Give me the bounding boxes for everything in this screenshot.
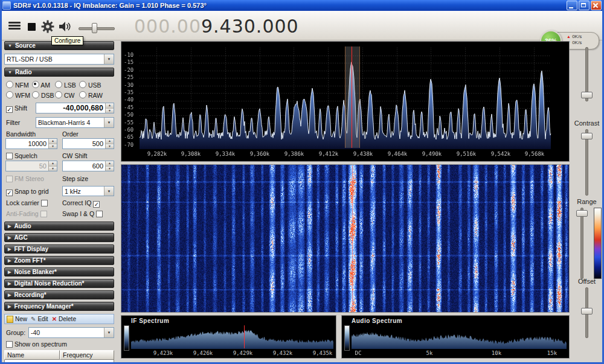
panel-label: Audio — [14, 223, 31, 229]
lock-carrier-checkbox[interactable]: Lock carrier — [6, 199, 48, 206]
spin-up-icon[interactable]: ▲ — [106, 139, 114, 144]
spectrum-panel[interactable]: -10 -15 -20 -25 -30 -35 -40 -45 -50 -55 … — [121, 41, 570, 162]
waterfall-panel[interactable] — [121, 164, 570, 313]
group-label: Group: — [6, 329, 25, 336]
shift-value[interactable]: -40,000,680 — [36, 103, 105, 113]
column-header-frequency[interactable]: Frequency — [60, 350, 114, 360]
db-axis-label: -35 — [124, 89, 140, 95]
spin-down-icon[interactable]: ▼ — [106, 109, 114, 113]
panel-header-dnr[interactable]: ▶Digital Noise Reduction* — [4, 279, 114, 288]
configure-button[interactable] — [41, 20, 54, 33]
checkbox-icon: ✓ — [6, 106, 13, 113]
if-spectrum-canvas — [131, 325, 333, 349]
db-axis-label: -30 — [124, 82, 140, 88]
shift-spinner[interactable]: -40,000,680 ▲▼ — [36, 103, 114, 113]
cw-shift-value[interactable]: 600 — [63, 162, 105, 170]
correct-iq-checkbox[interactable]: Correct IQ ✓ — [62, 199, 100, 208]
panel-header-noise-blanker[interactable]: ▶Noise Blanker* — [4, 267, 114, 276]
volume-button[interactable] — [58, 20, 71, 33]
swap-iq-label: Swap I & Q — [62, 210, 94, 217]
group-dropdown[interactable]: -40 ▼ — [28, 327, 114, 338]
panel-header-zoom-fft[interactable]: ▶Zoom FFT* — [4, 256, 114, 265]
mode-radio-wfm[interactable]: WFM — [6, 91, 30, 99]
spin-up-icon[interactable]: ▲ — [106, 161, 114, 167]
step-size-dropdown[interactable]: 1 kHz ▼ — [62, 186, 114, 196]
close-button[interactable] — [591, 1, 602, 10]
spin-up-icon[interactable]: ▲ — [106, 103, 114, 109]
snap-to-grid-checkbox[interactable]: ✓ Snap to grid — [6, 188, 49, 196]
range-slider-track[interactable] — [580, 208, 583, 279]
radio-circle-icon — [55, 91, 62, 98]
radio-circle-icon — [79, 81, 86, 88]
panel-header-recording[interactable]: ▶Recording* — [4, 290, 114, 299]
mode-radio-dsb[interactable]: DSB — [32, 91, 54, 99]
speaker-icon — [58, 20, 71, 33]
offset-slider-thumb[interactable] — [581, 308, 593, 315]
spin-down-icon[interactable]: ▼ — [49, 144, 57, 149]
panel-header-fft-display[interactable]: ▶FFT Display — [4, 244, 114, 254]
mode-radio-am[interactable]: AM — [32, 81, 50, 89]
spin-up-icon[interactable]: ▲ — [49, 139, 57, 144]
window-title: SDR# v1.0.0.1318 - IQ Imbalance: Gain = … — [13, 2, 567, 9]
mode-radio-lsb[interactable]: LSB — [55, 81, 76, 89]
bandwidth-spinner[interactable]: 10000 ▲▼ — [5, 138, 57, 149]
stop-button[interactable] — [28, 23, 36, 31]
radio-circle-icon — [6, 81, 13, 88]
audio-spectrum-panel: Audio Spectrum DC 5k 10k 15k — [341, 315, 570, 359]
checkbox-icon — [96, 211, 103, 217]
chevron-down-icon: ▼ — [104, 187, 114, 196]
panel-header-agc[interactable]: ▶AGC — [4, 233, 114, 242]
panel-label: FFT Display — [14, 246, 48, 252]
spin-down-icon[interactable]: ▼ — [106, 144, 114, 149]
chevron-down-icon: ▼ — [104, 328, 114, 337]
if-spectrum-panel: IF Spectrum 9,423k 9,426k 9,429k 9,432k … — [121, 315, 336, 359]
zoom-slider-thumb[interactable] — [581, 92, 593, 98]
swap-iq-checkbox[interactable]: Swap I & Q — [62, 210, 103, 217]
freq-axis-label: 9,490k — [419, 151, 445, 157]
chevron-right-icon: ▶ — [8, 247, 11, 252]
mode-radio-cw[interactable]: CW — [55, 91, 74, 99]
order-spinner[interactable]: 500 ▲▼ — [62, 138, 114, 149]
volume-slider-thumb[interactable] — [92, 23, 97, 33]
squelch-checkbox[interactable]: Squelch — [6, 152, 37, 159]
menu-button[interactable] — [8, 22, 21, 30]
tuning-line[interactable] — [352, 46, 352, 148]
filter-dropdown[interactable]: Blackman-Harris 4 ▼ — [36, 117, 114, 128]
squelch-spinner: 50 ▲▼ — [5, 161, 57, 171]
frequency-list[interactable] — [4, 360, 114, 363]
delete-entry-button[interactable]: ✕Delete — [52, 316, 76, 322]
range-slider-thumb[interactable] — [576, 210, 588, 217]
mode-label: CW — [64, 92, 75, 99]
show-on-spectrum-checkbox[interactable]: Show on spectrum — [6, 340, 67, 348]
mode-radio-nfm[interactable]: NFM — [6, 81, 29, 89]
waterfall-canvas[interactable] — [121, 165, 569, 312]
bandwidth-value[interactable]: 10000 — [6, 139, 48, 148]
step-size-label: Step size — [62, 175, 88, 182]
configure-tooltip: Configure — [51, 36, 83, 45]
column-header-name[interactable]: Name — [4, 350, 60, 360]
source-device-dropdown[interactable]: RTL-SDR / USB ▼ — [4, 54, 114, 65]
shift-checkbox[interactable]: ✓ Shift — [6, 104, 27, 113]
if-freq-label: 9,432k — [269, 350, 296, 356]
checkbox-icon: ✓ — [6, 190, 13, 196]
panel-header-audio[interactable]: ▶Audio — [4, 222, 114, 231]
if-freq-label: 9,429k — [230, 350, 256, 356]
bandwidth-label: Bandwidth — [6, 130, 36, 138]
tuning-bandwidth-band[interactable] — [345, 46, 360, 148]
minimize-button[interactable] — [567, 1, 577, 10]
chevron-right-icon: ▶ — [8, 281, 11, 286]
new-entry-button[interactable]: New — [7, 316, 27, 323]
panel-header-frequency-manager[interactable]: ▶Frequency Manager* — [4, 302, 114, 311]
cw-shift-spinner[interactable]: 600 ▲▼ — [62, 161, 114, 171]
mode-radio-usb[interactable]: USB — [79, 81, 101, 89]
spin-down-icon[interactable]: ▼ — [106, 167, 114, 171]
panel-header-radio[interactable]: ▼ Radio — [4, 68, 114, 77]
audio-freq-label: 15k — [543, 350, 561, 356]
order-value[interactable]: 500 — [63, 139, 105, 148]
maximize-button[interactable] — [579, 1, 590, 10]
checkbox-icon — [6, 176, 13, 182]
mode-radio-raw[interactable]: RAW — [79, 91, 103, 99]
contrast-slider-thumb[interactable] — [581, 133, 593, 139]
frequency-display[interactable]: 000.009.430.000 — [134, 16, 299, 37]
edit-entry-button[interactable]: ✎Edit — [31, 316, 48, 322]
